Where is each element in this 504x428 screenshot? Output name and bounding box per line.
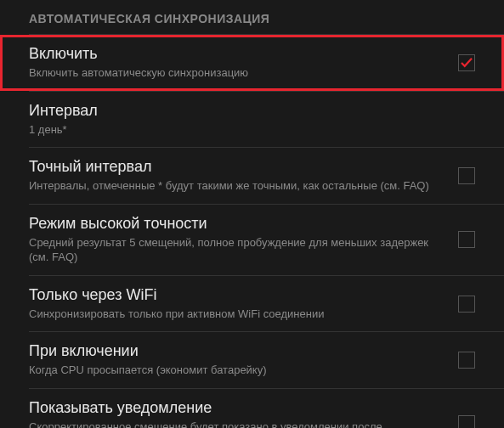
setting-description: Средний результат 5 смещений, полное про… [29, 235, 441, 265]
setting-title: Режим высокой точности [29, 215, 441, 233]
setting-enable[interactable]: Включить Включить автоматическую синхрон… [0, 35, 504, 91]
setting-show-notification[interactable]: Показывать уведомление Скорректированное… [0, 389, 504, 428]
setting-text: Включить Включить автоматическую синхрон… [29, 45, 458, 81]
checkbox-high-precision[interactable] [458, 231, 475, 248]
setting-title: Точный интервал [29, 158, 441, 176]
setting-text: Точный интервал Интервалы, отмеченные * … [29, 158, 458, 194]
setting-exact-interval[interactable]: Точный интервал Интервалы, отмеченные * … [0, 148, 504, 204]
setting-title: При включении [29, 342, 441, 360]
setting-description: Включить автоматическую синхронизацию [29, 65, 441, 81]
setting-description: Когда CPU просыпается (экономит батарейк… [29, 363, 441, 378]
checkbox-show-notification[interactable] [458, 415, 475, 428]
setting-on-wake[interactable]: При включении Когда CPU просыпается (эко… [0, 332, 504, 388]
checkbox-wifi-only[interactable] [458, 296, 475, 313]
section-header: АВТОМАТИЧЕСКАЯ СИНХРОНИЗАЦИЯ [0, 0, 504, 34]
checkbox-exact-interval[interactable] [458, 167, 475, 184]
setting-title: Только через WiFi [29, 286, 441, 304]
setting-description: Скорректированное смещение будет показан… [29, 420, 441, 428]
setting-wifi-only[interactable]: Только через WiFi Синхронизировать тольк… [0, 276, 504, 332]
check-icon [459, 55, 474, 70]
setting-text: При включении Когда CPU просыпается (эко… [29, 342, 458, 378]
setting-text: Показывать уведомление Скорректированное… [29, 399, 458, 428]
settings-list: Включить Включить автоматическую синхрон… [0, 35, 504, 428]
setting-text: Интервал 1 день* [29, 102, 475, 138]
setting-description: 1 день* [29, 122, 458, 138]
setting-description: Интервалы, отмеченные * будут такими же … [29, 178, 441, 194]
setting-title: Показывать уведомление [29, 399, 441, 417]
checkbox-enable[interactable] [458, 54, 475, 71]
setting-title: Интервал [29, 102, 458, 120]
checkbox-on-wake[interactable] [458, 352, 475, 369]
setting-text: Только через WiFi Синхронизировать тольк… [29, 286, 458, 322]
setting-description: Синхронизировать только при активном WiF… [29, 307, 441, 322]
setting-high-precision[interactable]: Режим высокой точности Средний результат… [0, 205, 504, 275]
setting-title: Включить [29, 45, 441, 63]
setting-text: Режим высокой точности Средний результат… [29, 215, 458, 265]
setting-interval[interactable]: Интервал 1 день* [0, 92, 504, 148]
